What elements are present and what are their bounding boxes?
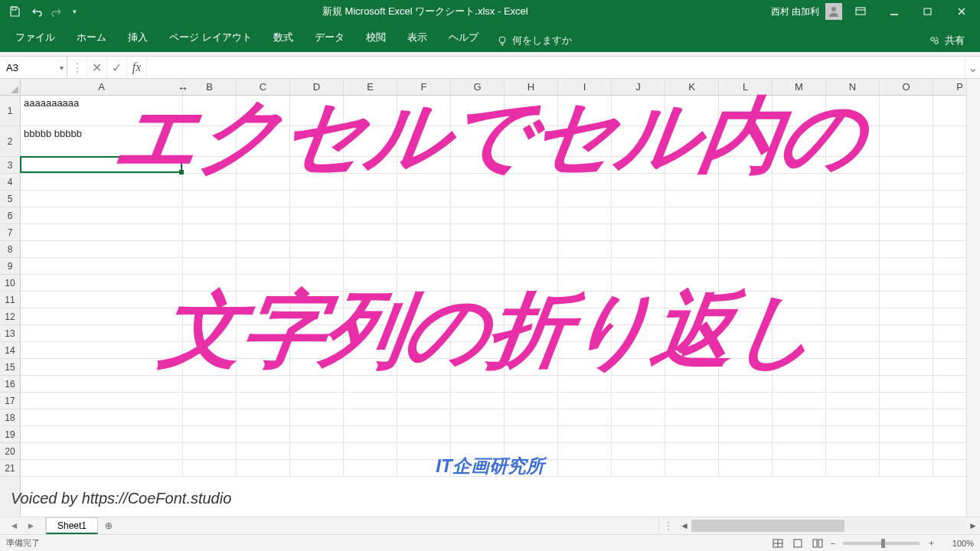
cell-N2[interactable]: [826, 126, 880, 157]
cell-N6[interactable]: [826, 207, 880, 224]
cell-C16[interactable]: [237, 376, 290, 393]
cell-H1[interactable]: [505, 96, 558, 126]
cell-G18[interactable]: [451, 409, 505, 426]
cell-C17[interactable]: [237, 393, 290, 409]
cell-I6[interactable]: [558, 207, 612, 224]
cell-H11[interactable]: [505, 292, 558, 308]
cell-A8[interactable]: [21, 241, 183, 258]
cell-C7[interactable]: [237, 224, 290, 241]
cell-O9[interactable]: [880, 258, 933, 275]
cell-H13[interactable]: [505, 325, 558, 342]
column-headers[interactable]: ABCDEFGHIJKLMNOP: [21, 79, 966, 96]
column-header-H[interactable]: H: [505, 79, 558, 95]
minimize-icon[interactable]: [879, 0, 910, 23]
column-header-K[interactable]: K: [665, 79, 719, 95]
cell-C1[interactable]: [237, 96, 290, 126]
cell-J5[interactable]: [612, 191, 665, 207]
cell-L14[interactable]: [719, 342, 773, 359]
cell-F13[interactable]: [397, 325, 451, 342]
cell-K3[interactable]: [665, 157, 719, 174]
sheet-next-icon[interactable]: ►: [27, 520, 36, 531]
cell-J13[interactable]: [612, 325, 665, 342]
cell-B12[interactable]: [183, 308, 237, 325]
cell-L5[interactable]: [719, 191, 773, 207]
cell-M20[interactable]: [773, 443, 826, 460]
cell-B11[interactable]: [183, 292, 237, 308]
cell-N8[interactable]: [826, 241, 880, 258]
cell-K14[interactable]: [665, 342, 719, 359]
cancel-icon[interactable]: ✕: [87, 57, 107, 78]
column-header-E[interactable]: E: [344, 79, 397, 95]
cell-M13[interactable]: [773, 325, 826, 342]
cell-L18[interactable]: [719, 409, 773, 426]
undo-icon[interactable]: [26, 2, 46, 21]
ribbon-display-icon[interactable]: [845, 0, 876, 23]
cell-L16[interactable]: [719, 376, 773, 393]
cell-O1[interactable]: [880, 96, 933, 126]
row-header-15[interactable]: 15: [0, 359, 20, 376]
select-all-corner[interactable]: [0, 79, 21, 96]
cell-A15[interactable]: [21, 359, 183, 376]
cell-E8[interactable]: [344, 241, 397, 258]
tell-me-search[interactable]: 何をしますか: [489, 29, 580, 52]
cell-D8[interactable]: [290, 241, 344, 258]
formula-options-icon[interactable]: ⋮: [67, 57, 87, 78]
cell-K17[interactable]: [665, 393, 719, 409]
scroll-thumb[interactable]: [691, 520, 844, 532]
cell-J1[interactable]: [612, 96, 665, 126]
cell-E20[interactable]: [344, 443, 397, 460]
cell-I5[interactable]: [558, 191, 612, 207]
row-header-16[interactable]: 16: [0, 376, 20, 393]
cell-C4[interactable]: [237, 174, 290, 191]
cell-G1[interactable]: [451, 96, 505, 126]
user-avatar-icon[interactable]: [825, 3, 842, 20]
sheet-prev-icon[interactable]: ◄: [10, 520, 19, 531]
tab-insert[interactable]: 挿入: [117, 24, 158, 52]
cell-E15[interactable]: [344, 359, 397, 376]
cell-I8[interactable]: [558, 241, 612, 258]
cell-B5[interactable]: [183, 191, 237, 207]
cell-E10[interactable]: [344, 275, 397, 292]
cell-H4[interactable]: [505, 174, 558, 191]
cell-N7[interactable]: [826, 224, 880, 241]
cell-E14[interactable]: [344, 342, 397, 359]
cell-O10[interactable]: [880, 275, 933, 292]
page-break-view-icon[interactable]: [808, 536, 828, 550]
cell-D17[interactable]: [290, 393, 344, 409]
row-header-5[interactable]: 5: [0, 191, 20, 207]
cell-M5[interactable]: [773, 191, 826, 207]
tab-page-layout[interactable]: ページ レイアウト: [158, 24, 263, 52]
cell-D11[interactable]: [290, 292, 344, 308]
cell-E13[interactable]: [344, 325, 397, 342]
cell-I10[interactable]: [558, 275, 612, 292]
cell-H19[interactable]: [505, 426, 558, 443]
cell-C19[interactable]: [237, 426, 290, 443]
cell-L11[interactable]: [719, 292, 773, 308]
cell-O20[interactable]: [880, 443, 933, 460]
share-button[interactable]: 共有: [919, 29, 975, 52]
tab-data[interactable]: データ: [304, 24, 355, 52]
cell-A12[interactable]: [21, 308, 183, 325]
cell-J17[interactable]: [612, 393, 665, 409]
cell-B9[interactable]: [183, 258, 237, 275]
cell-K7[interactable]: [665, 224, 719, 241]
scroll-track[interactable]: [691, 520, 966, 532]
cell-I13[interactable]: [558, 325, 612, 342]
cell-K5[interactable]: [665, 191, 719, 207]
cell-A1[interactable]: aaaaaaaaaa: [21, 96, 183, 126]
cell-K4[interactable]: [665, 174, 719, 191]
horizontal-scrollbar[interactable]: ⋮ ◄ ►: [658, 517, 980, 534]
cell-B14[interactable]: [183, 342, 237, 359]
cell-K1[interactable]: [665, 96, 719, 126]
cell-A6[interactable]: [21, 207, 183, 224]
row-header-8[interactable]: 8: [0, 241, 20, 258]
row-header-19[interactable]: 19: [0, 426, 20, 443]
cell-B10[interactable]: [183, 275, 237, 292]
cell-M7[interactable]: [773, 224, 826, 241]
cell-L3[interactable]: [719, 157, 773, 174]
cell-G5[interactable]: [451, 191, 505, 207]
cell-F17[interactable]: [397, 393, 451, 409]
cell-L2[interactable]: [719, 126, 773, 157]
cell-F8[interactable]: [397, 241, 451, 258]
row-header-9[interactable]: 9: [0, 258, 20, 275]
